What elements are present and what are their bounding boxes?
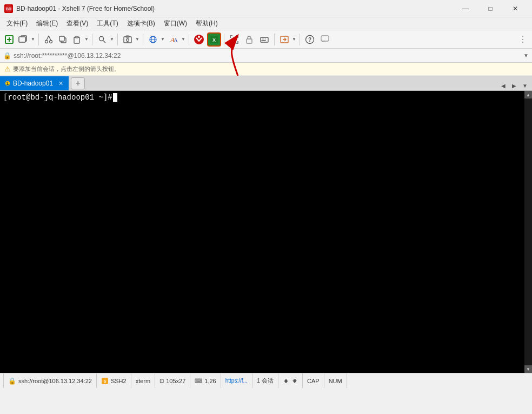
tab-nav-next[interactable]: ▶ [509,81,519,90]
separator-4 [143,34,143,45]
help-button[interactable]: ? [303,32,317,47]
minimize-button[interactable]: — [453,0,478,17]
address-dropdown[interactable]: ▼ [523,52,529,58]
status-sessions: 1 会话 [252,373,278,388]
address-text: ssh://root:**********@106.13.12.34:22 [14,52,521,60]
new-session-button[interactable] [2,32,16,47]
paste-button[interactable] [70,32,84,47]
fullscreen-button[interactable] [227,32,241,47]
terminal[interactable]: [root@bd-jq-hadoop01 ~]# [0,91,524,373]
separator-3 [117,34,118,45]
menu-help[interactable]: 帮助(H) [191,18,222,29]
theme-group: ▼ [146,32,165,47]
copy-button[interactable] [56,32,70,47]
tab-bar: 1 BD-hadoop01 ✕ + ◀ ▶ ▼ [0,76,532,91]
status-connection-text: ssh://root@106.13.12.34:22 [18,378,92,384]
status-bar: 🔒 ssh://root@106.13.12.34:22 S SSH2 xter… [0,373,532,388]
upload-icon [291,378,298,384]
terminal-prompt: [root@bd-jq-hadoop01 ~]# [3,93,521,102]
tab-nav-right: ◀ ▶ ▼ [498,81,532,90]
svg-marker-42 [284,379,288,382]
svg-marker-44 [292,380,297,383]
separator-1 [38,34,39,45]
status-cursor-pos: ⌨ 1,26 [190,373,221,388]
window-controls: — □ ✕ [453,0,528,17]
xmanager-button[interactable]: X [207,32,221,47]
screenshot-button[interactable] [121,32,135,47]
tab-close-button[interactable]: ✕ [58,80,63,87]
open-session-dropdown[interactable]: ▼ [30,32,36,47]
svg-rect-13 [75,36,78,38]
toolbar-more-button[interactable]: ⋮ [516,32,530,47]
svg-point-18 [127,38,129,41]
svg-rect-12 [74,37,79,43]
color-scheme-dropdown[interactable]: ▼ [160,32,165,47]
font-group: AA ▼ [167,32,186,47]
separator-6 [224,34,224,45]
transfer-dropdown[interactable]: ▼ [291,32,297,47]
svg-rect-38 [321,36,329,41]
separator-2 [92,34,92,45]
font-dropdown[interactable]: ▼ [181,32,186,47]
clipboard-group: ▼ [42,32,89,47]
menu-view[interactable]: 查看(V) [62,18,92,29]
color-scheme-button[interactable] [146,32,160,47]
title-left: BD BD-hadoop01 - Xshell 7 (Free for Home… [4,4,155,13]
download-icon [283,378,289,384]
prompt-text: [root@bd-jq-hadoop01 ~]# [3,93,112,102]
keyboard-button[interactable] [257,32,271,47]
status-protocol: S SSH2 [97,373,131,388]
cut-button[interactable] [42,32,56,47]
scroll-down-button[interactable]: ▼ [524,365,532,373]
find-dropdown[interactable]: ▼ [109,32,115,47]
svg-rect-45 [294,379,296,380]
menu-tools[interactable]: 工具(T) [92,18,122,29]
menu-bar: 文件(F) 编辑(E) 查看(V) 工具(T) 选项卡(B) 窗口(W) 帮助(… [0,17,532,30]
menu-window[interactable]: 窗口(W) [159,18,191,29]
status-url: https://f... [221,373,252,388]
status-lock-icon: 🔒 [8,377,16,385]
svg-text:BD: BD [6,7,11,11]
maximize-button[interactable]: □ [478,0,503,17]
status-url-text: https://f... [225,378,248,384]
svg-text:S: S [104,379,107,383]
xshell-icon-button[interactable] [192,32,206,47]
title-bar: BD BD-hadoop01 - Xshell 7 (Free for Home… [0,0,532,17]
font-button[interactable]: AA [167,32,181,47]
tab-menu-button[interactable]: ▼ [520,81,530,90]
size-icon: ⊡ [159,378,164,384]
scroll-up-button[interactable]: ▲ [524,91,532,98]
screenshot-dropdown[interactable]: ▼ [135,32,140,47]
find-button[interactable] [95,32,109,47]
tab-add-button[interactable]: + [71,77,85,89]
paste-dropdown[interactable]: ▼ [84,32,89,47]
lock-button[interactable] [242,32,256,47]
svg-text:?: ? [308,37,311,43]
terminal-scrollbar[interactable]: ▲ ▼ [524,91,532,373]
menu-file[interactable]: 文件(F) [2,18,32,29]
terminal-cursor [113,93,117,102]
svg-rect-5 [19,37,25,42]
open-session-button[interactable] [16,32,30,47]
svg-line-8 [46,36,49,41]
chat-button[interactable] [318,32,332,47]
transfer-button[interactable] [277,32,291,47]
tab-bd-hadoop01[interactable]: 1 BD-hadoop01 ✕ [0,76,69,90]
status-num-text: NUM [329,378,342,384]
cursor-icon: ⌨ [195,378,202,384]
status-transfer-icons [278,373,303,388]
new-session-group: ▼ [2,32,36,47]
status-term-text: xterm [136,378,151,384]
close-button[interactable]: ✕ [503,0,528,17]
find-group: ▼ [95,32,115,47]
menu-edit[interactable]: 编辑(E) [32,18,62,29]
scrollbar-track [524,98,532,365]
tab-nav-prev[interactable]: ◀ [498,81,508,90]
menu-tabs[interactable]: 选项卡(B) [123,18,159,29]
window-title: BD-hadoop01 - Xshell 7 (Free for Home/Sc… [16,5,155,12]
status-protocol-text: SSH2 [111,378,127,384]
transfer-group: ▼ [277,32,297,47]
ssh2-icon: S [101,377,109,385]
svg-text:A: A [174,37,178,43]
status-size: ⊡ 105x27 [155,373,190,388]
